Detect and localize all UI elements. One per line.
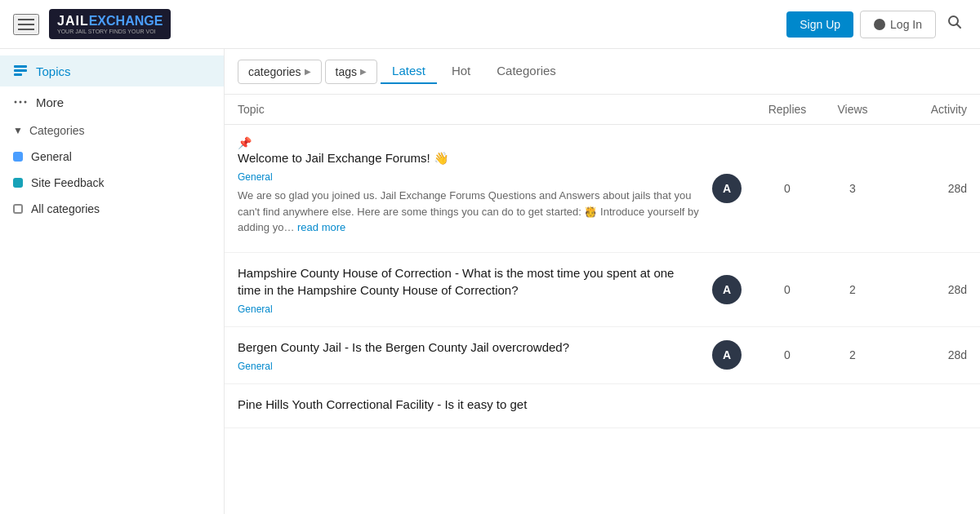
sidebar-item-all-categories[interactable]: All categories xyxy=(0,196,224,222)
site-feedback-label: Site Feedback xyxy=(31,176,105,189)
svg-rect-4 xyxy=(14,73,22,76)
topic-title-line: Hampshire County House of Correction - W… xyxy=(238,264,699,299)
topic-title-line: Bergen County Jail - Is the Bergen Count… xyxy=(238,339,699,356)
app-container: JAILEXCHANGE YOUR JAIL STORY FINDS YOUR … xyxy=(0,0,980,514)
topic-title-link[interactable]: Bergen County Jail - Is the Bergen Count… xyxy=(238,339,699,356)
search-icon xyxy=(947,15,962,29)
user-icon xyxy=(874,19,885,30)
login-button[interactable]: Log In xyxy=(860,11,936,38)
hamburger-line xyxy=(18,19,34,20)
topic-activity: 28d xyxy=(885,348,967,361)
col-header-topic: Topic xyxy=(238,103,755,116)
col-header-replies: Replies xyxy=(755,103,820,116)
all-categories-icon xyxy=(13,204,23,214)
topic-activity: 28d xyxy=(885,283,967,296)
topics-icon xyxy=(13,64,28,78)
read-more-link[interactable]: read more xyxy=(297,221,345,233)
logo-jail: JAIL xyxy=(57,14,89,28)
body: Topics More ▼ Categories General Si xyxy=(0,49,980,514)
sidebar-categories-header[interactable]: ▼ Categories xyxy=(0,117,224,144)
avatar: A xyxy=(712,340,742,370)
table-row: 📌 Welcome to Jail Exchange Forums! 👋 Gen… xyxy=(225,125,980,253)
table-row: Hampshire County House of Correction - W… xyxy=(225,253,980,327)
categories-dropdown-button[interactable]: categories ▶ xyxy=(238,60,322,84)
header-left: JAILEXCHANGE YOUR JAIL STORY FINDS YOUR … xyxy=(13,9,171,39)
sidebar-item-topics[interactable]: Topics xyxy=(0,55,224,86)
table-row: Pine Hills Youth Correctional Facility -… xyxy=(225,384,980,428)
signup-button[interactable]: Sign Up xyxy=(786,11,853,38)
tab-categories[interactable]: Categories xyxy=(485,59,568,84)
svg-rect-2 xyxy=(14,65,27,68)
topic-activity: 28d xyxy=(885,182,967,195)
topic-title-link[interactable]: Welcome to Jail Exchange Forums! 👋 xyxy=(238,149,699,166)
site-feedback-dot xyxy=(13,178,23,188)
general-label: General xyxy=(31,150,72,163)
svg-point-5 xyxy=(15,101,17,104)
topic-title-line: 📌 Welcome to Jail Exchange Forums! 👋 xyxy=(238,136,699,166)
tags-dropdown-button[interactable]: tags ▶ xyxy=(325,60,377,84)
topics-list: 📌 Welcome to Jail Exchange Forums! 👋 Gen… xyxy=(225,125,980,428)
topic-category[interactable]: General xyxy=(238,361,273,372)
sidebar-item-site-feedback[interactable]: Site Feedback xyxy=(0,170,224,196)
hamburger-menu[interactable] xyxy=(13,14,39,35)
topic-content: Pine Hills Youth Correctional Facility -… xyxy=(238,396,967,416)
pin-icon: 📌 xyxy=(238,136,252,149)
topic-title-line: Pine Hills Youth Correctional Facility -… xyxy=(238,396,967,413)
col-header-activity: Activity xyxy=(885,103,967,116)
svg-point-7 xyxy=(24,101,27,104)
tags-dropdown-label: tags xyxy=(336,65,357,78)
topic-category[interactable]: General xyxy=(238,304,273,315)
search-button[interactable] xyxy=(942,10,967,38)
hamburger-line xyxy=(18,24,34,25)
categories-dropdown-label: categories xyxy=(248,65,301,78)
nav-tabs: categories ▶ tags ▶ Latest Hot Categorie… xyxy=(225,49,980,95)
site-logo[interactable]: JAILEXCHANGE YOUR JAIL STORY FINDS YOUR … xyxy=(49,9,171,39)
more-icon xyxy=(13,95,28,109)
tags-chevron-icon: ▶ xyxy=(360,67,367,76)
avatar: A xyxy=(712,275,742,304)
topic-content: Bergen County Jail - Is the Bergen Count… xyxy=(238,339,699,372)
topic-views: 3 xyxy=(820,182,885,195)
tab-latest[interactable]: Latest xyxy=(381,59,437,84)
categories-header-label: Categories xyxy=(29,124,85,137)
topic-content: Hampshire County House of Correction - W… xyxy=(238,264,699,315)
hamburger-line xyxy=(18,29,34,30)
more-label: More xyxy=(36,95,64,109)
all-categories-label: All categories xyxy=(31,202,100,215)
topic-content: 📌 Welcome to Jail Exchange Forums! 👋 Gen… xyxy=(238,136,699,241)
topic-views: 2 xyxy=(820,348,885,361)
tab-hot[interactable]: Hot xyxy=(440,59,482,84)
topic-views: 2 xyxy=(820,283,885,296)
svg-rect-3 xyxy=(14,69,27,72)
topic-replies: 0 xyxy=(755,182,820,195)
topic-excerpt: We are so glad you joined us. Jail Excha… xyxy=(238,188,699,236)
header-right: Sign Up Log In xyxy=(786,10,967,38)
svg-line-1 xyxy=(957,24,961,29)
topics-label: Topics xyxy=(36,64,71,78)
login-label: Log In xyxy=(890,18,922,31)
header: JAILEXCHANGE YOUR JAIL STORY FINDS YOUR … xyxy=(0,0,980,49)
topic-replies: 0 xyxy=(755,283,820,296)
topic-category[interactable]: General xyxy=(238,171,273,183)
sidebar: Topics More ▼ Categories General Si xyxy=(0,49,225,514)
table-row: Bergen County Jail - Is the Bergen Count… xyxy=(225,327,980,384)
svg-point-6 xyxy=(20,101,22,104)
logo-text: JAILEXCHANGE YOUR JAIL STORY FINDS YOUR … xyxy=(57,14,163,34)
sidebar-item-more[interactable]: More xyxy=(0,86,224,117)
logo-tagline: YOUR JAIL STORY FINDS YOUR VOICE RIGHT H… xyxy=(57,29,155,34)
table-header: Topic Replies Views Activity xyxy=(225,95,980,125)
col-header-views: Views xyxy=(820,103,885,116)
avatar: A xyxy=(712,174,742,203)
expand-icon: ▼ xyxy=(13,125,23,136)
topic-replies: 0 xyxy=(755,348,820,361)
topic-title-link[interactable]: Pine Hills Youth Correctional Facility -… xyxy=(238,396,967,413)
main-content: categories ▶ tags ▶ Latest Hot Categorie… xyxy=(225,49,980,514)
categories-chevron-icon: ▶ xyxy=(305,67,311,76)
logo-exchange: EXCHANGE xyxy=(89,14,163,28)
sidebar-item-general[interactable]: General xyxy=(0,144,224,170)
topic-title-link[interactable]: Hampshire County House of Correction - W… xyxy=(238,264,699,299)
general-dot xyxy=(13,152,23,162)
